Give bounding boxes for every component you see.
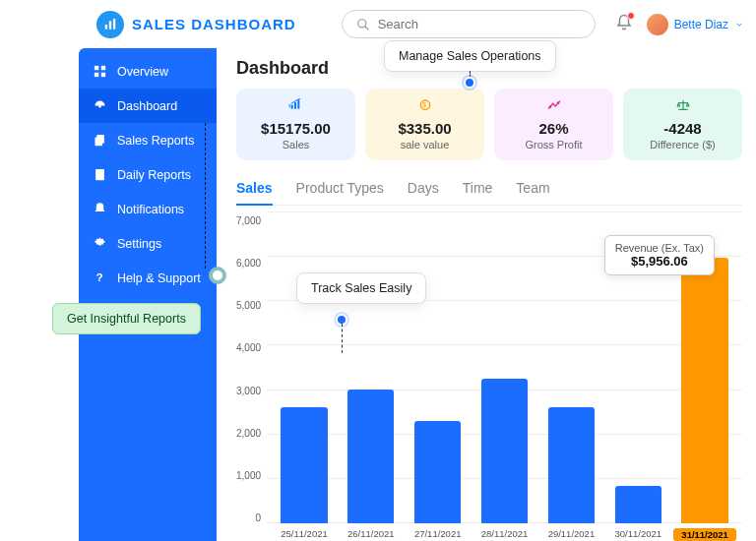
grid-icon	[93, 64, 107, 79]
sidebar-item-settings[interactable]: Settings	[79, 226, 217, 261]
chart-bar[interactable]	[548, 407, 595, 523]
tab-sales[interactable]: Sales	[236, 174, 273, 206]
svg-rect-19	[294, 102, 296, 109]
svg-rect-6	[101, 66, 105, 70]
xtick: 30/11/2021	[606, 528, 669, 541]
svg-text:?: ?	[96, 271, 103, 283]
gauge-icon	[93, 98, 107, 113]
svg-rect-1	[109, 21, 111, 29]
chevron-down-icon	[734, 20, 744, 30]
search-icon	[356, 18, 370, 31]
tab-team[interactable]: Team	[516, 174, 549, 205]
sidebar-item-label: Settings	[117, 237, 161, 251]
chart-bar[interactable]	[414, 421, 461, 523]
kpi-card-sales: $ $15175.00 Sales	[236, 89, 355, 160]
svg-text:$: $	[422, 101, 426, 108]
svg-rect-8	[101, 73, 105, 77]
user-menu[interactable]: Bette Diaz	[647, 14, 744, 35]
tab-time[interactable]: Time	[463, 174, 493, 205]
svg-rect-11	[95, 137, 103, 146]
gear-icon	[93, 236, 107, 251]
callout-track-sales: Track Sales Easily	[296, 272, 426, 304]
xtick: 27/11/2021	[407, 528, 470, 541]
search-input-wrap[interactable]	[342, 10, 596, 38]
callout-insightful-reports: Get Insightful Reports	[52, 303, 201, 334]
kpi-label: Sales	[244, 139, 347, 150]
xtick: 31/11/2021	[673, 528, 736, 541]
ytick: 5,000	[236, 300, 261, 311]
notification-dot	[627, 12, 635, 20]
document-icon	[93, 167, 107, 182]
kpi-value: -4248	[631, 120, 734, 137]
sidebar-item-label: Notifications	[117, 203, 184, 216]
sidebar-item-notifications[interactable]: Notifications	[79, 192, 217, 226]
sidebar: Overview Dashboard Sales Reports Daily R…	[79, 48, 217, 541]
kpi-value: 26%	[502, 120, 605, 137]
svg-rect-20	[297, 99, 299, 108]
chart-bar[interactable]	[615, 486, 662, 523]
kpi-label: Gross Profit	[502, 139, 605, 150]
sidebar-item-sales-reports[interactable]: Sales Reports	[79, 123, 217, 157]
svg-rect-0	[105, 25, 107, 30]
user-name: Bette Diaz	[674, 18, 728, 31]
ytick: 4,000	[236, 342, 261, 353]
xtick: 28/11/2021	[473, 528, 536, 541]
kpi-card-difference: -4248 Difference ($)	[623, 89, 742, 160]
svg-point-9	[98, 105, 101, 108]
sales-chart: 7,0006,0005,0004,0003,0002,0001,0000 25/…	[236, 211, 742, 541]
sidebar-item-daily-reports[interactable]: Daily Reports	[79, 157, 217, 192]
chart-up-icon: $	[244, 98, 347, 116]
bell-icon	[93, 202, 107, 216]
sidebar-item-dashboard[interactable]: Dashboard	[79, 89, 217, 123]
chart-yaxis: 7,0006,0005,0004,0003,0002,0001,0000	[236, 211, 267, 541]
svg-rect-5	[94, 66, 98, 70]
tab-product-types[interactable]: Product Types	[296, 174, 384, 205]
sidebar-item-help[interactable]: ? Help & Support	[79, 261, 217, 295]
kpi-label: Difference ($)	[631, 139, 734, 150]
kpi-card-sale-value: $ $335.00 sale value	[365, 89, 484, 160]
kpi-value: $15175.00	[244, 120, 347, 137]
sidebar-item-label: Help & Support	[117, 271, 201, 285]
sidebar-item-label: Overview	[117, 65, 168, 79]
tab-days[interactable]: Days	[408, 174, 439, 205]
kpi-label: sale value	[373, 139, 476, 150]
svg-point-24	[556, 101, 559, 104]
sidebar-item-overview[interactable]: Overview	[79, 54, 217, 89]
chart-bar[interactable]	[347, 390, 394, 523]
kpi-value: $335.00	[373, 120, 476, 137]
ytick: 0	[236, 512, 261, 523]
ytick: 6,000	[236, 258, 261, 269]
svg-point-3	[357, 19, 365, 27]
sidebar-item-label: Sales Reports	[117, 134, 195, 148]
xtick: 29/11/2021	[539, 528, 602, 541]
scale-icon	[631, 98, 734, 116]
search-input[interactable]	[378, 17, 581, 31]
chart-xaxis: 25/11/202126/11/202127/11/202128/11/2021…	[267, 528, 742, 541]
chart-bar[interactable]	[481, 379, 528, 523]
sidebar-item-label: Dashboard	[117, 99, 177, 113]
logo-icon	[96, 11, 124, 38]
question-icon: ?	[93, 270, 107, 285]
trend-up-icon	[502, 98, 605, 116]
svg-point-23	[548, 105, 551, 108]
svg-rect-13	[97, 171, 102, 172]
chart-tooltip: Revenue (Ex. Tax) $5,956.06	[604, 235, 715, 275]
svg-rect-7	[94, 73, 98, 77]
avatar	[647, 14, 668, 35]
tooltip-title: Revenue (Ex. Tax)	[615, 242, 704, 254]
ytick: 2,000	[236, 428, 261, 439]
connector-line	[205, 123, 206, 269]
xtick: 26/11/2021	[340, 528, 403, 541]
notifications-button[interactable]	[615, 14, 633, 35]
kpi-card-gross-profit: 26% Gross Profit	[494, 89, 613, 160]
ytick: 3,000	[236, 386, 261, 396]
tooltip-value: $5,956.06	[615, 254, 704, 269]
ytick: 7,000	[236, 215, 261, 226]
chart-bar[interactable]	[281, 407, 327, 523]
chart-tabs: Sales Product Types Days Time Team	[236, 174, 742, 206]
svg-rect-2	[113, 19, 115, 30]
dollar-target-icon: $	[373, 98, 476, 116]
callout-manage-operations: Manage Sales Operations	[384, 40, 556, 72]
ytick: 1,000	[236, 470, 261, 481]
chart-bar[interactable]	[681, 258, 727, 523]
